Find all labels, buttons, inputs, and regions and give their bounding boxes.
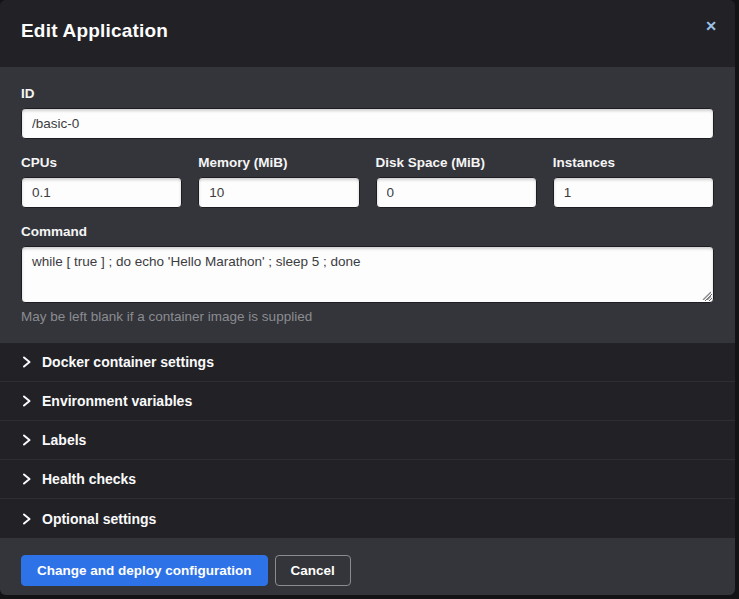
modal-footer: Change and deploy configuration Cancel bbox=[0, 538, 735, 595]
section-labels[interactable]: Labels bbox=[0, 421, 735, 460]
cancel-button[interactable]: Cancel bbox=[275, 555, 351, 586]
id-input[interactable] bbox=[21, 108, 714, 139]
instances-input[interactable] bbox=[553, 177, 714, 208]
section-label: Labels bbox=[42, 432, 86, 448]
section-label: Docker container settings bbox=[42, 354, 214, 370]
command-help-text: May be left blank if a container image i… bbox=[21, 309, 714, 324]
cpus-field-group: CPUs bbox=[21, 155, 182, 208]
id-label: ID bbox=[21, 86, 714, 101]
resources-row: CPUs Memory (MiB) Disk Space (MiB) Insta… bbox=[21, 155, 714, 208]
page-title: Edit Application bbox=[21, 20, 714, 42]
section-health-checks[interactable]: Health checks bbox=[0, 460, 735, 499]
section-label: Optional settings bbox=[42, 511, 156, 527]
memory-input[interactable] bbox=[198, 177, 359, 208]
disk-label: Disk Space (MiB) bbox=[376, 155, 537, 170]
section-label: Health checks bbox=[42, 471, 136, 487]
command-textarea[interactable]: while [ true ] ; do echo 'Hello Marathon… bbox=[21, 246, 714, 303]
cpus-input[interactable] bbox=[21, 177, 182, 208]
chevron-right-icon bbox=[21, 434, 32, 446]
section-label: Environment variables bbox=[42, 393, 192, 409]
chevron-right-icon bbox=[21, 513, 32, 525]
application-form: ID CPUs Memory (MiB) Disk Space (MiB) In… bbox=[0, 67, 735, 343]
memory-field-group: Memory (MiB) bbox=[198, 155, 359, 208]
settings-accordion: Docker container settings Environment va… bbox=[0, 343, 735, 538]
section-environment-variables[interactable]: Environment variables bbox=[0, 382, 735, 421]
chevron-right-icon bbox=[21, 395, 32, 407]
memory-label: Memory (MiB) bbox=[198, 155, 359, 170]
change-and-deploy-button[interactable]: Change and deploy configuration bbox=[21, 555, 268, 586]
chevron-right-icon bbox=[21, 473, 32, 485]
instances-label: Instances bbox=[553, 155, 714, 170]
modal-header: Edit Application ✕ bbox=[0, 0, 735, 67]
cpus-label: CPUs bbox=[21, 155, 182, 170]
id-field-group: ID bbox=[21, 86, 714, 139]
section-optional-settings[interactable]: Optional settings bbox=[0, 499, 735, 538]
command-label: Command bbox=[21, 224, 714, 239]
edit-application-modal: Edit Application ✕ ID CPUs Memory (MiB) … bbox=[0, 0, 735, 595]
instances-field-group: Instances bbox=[553, 155, 714, 208]
chevron-right-icon bbox=[21, 356, 32, 368]
disk-field-group: Disk Space (MiB) bbox=[376, 155, 537, 208]
command-field-group: Command while [ true ] ; do echo 'Hello … bbox=[21, 224, 714, 324]
disk-input[interactable] bbox=[376, 177, 537, 208]
section-docker-container-settings[interactable]: Docker container settings bbox=[0, 343, 735, 382]
close-icon[interactable]: ✕ bbox=[702, 16, 720, 36]
